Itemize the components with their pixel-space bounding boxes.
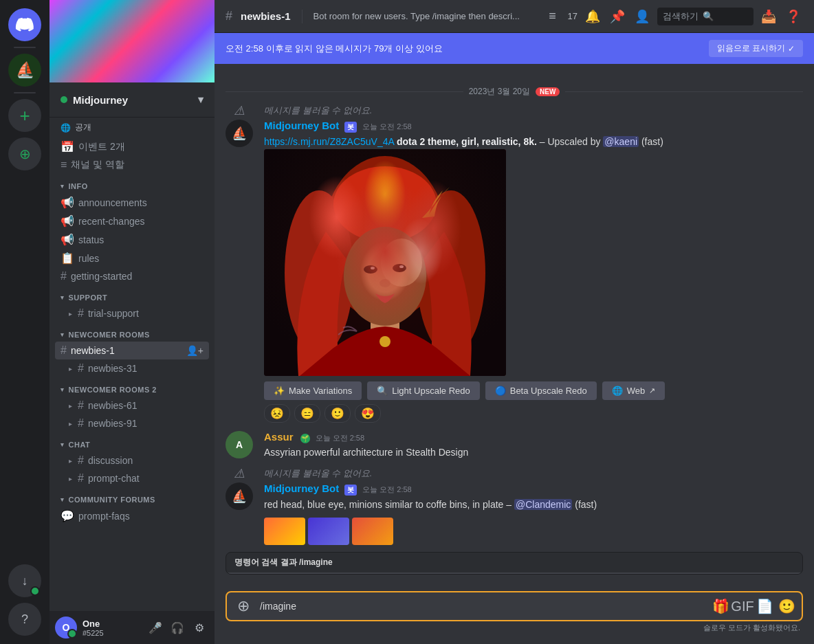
server-header[interactable]: Midjourney ▾ <box>50 82 214 118</box>
svg-point-5 <box>333 166 437 242</box>
system-message-2: ⚠ 메시지를 불러올 수 없어요. <box>214 466 814 481</box>
assur-timestamp: 오늘 오전 2:58 <box>316 433 365 443</box>
channel-name: getting-started <box>71 271 133 282</box>
search-icon: 🔍 <box>703 11 714 21</box>
section-label-chat: CHAT <box>69 441 91 449</box>
events-label: 이벤트 2개 <box>78 141 125 153</box>
beta-upscale-button[interactable]: 🔵 Beta Upscale Redo <box>485 381 597 400</box>
message-group-1: ⛵ Midjourney Bot 봇 오늘 오전 2:58 https://s.… <box>214 118 814 424</box>
svg-point-3 <box>285 190 353 355</box>
add-member-icon[interactable]: 👤+ <box>186 345 204 356</box>
settings-button[interactable]: ⚙ <box>190 618 209 637</box>
assur-message-header: Assur 🌱 오늘 오전 2:58 <box>264 431 803 443</box>
channel-trial-support[interactable]: ▸ # trial-support <box>55 304 209 322</box>
bot-message-header-2: Midjourney Bot 봇 오늘 오전 2:58 <box>264 482 803 496</box>
user-tag: #5225 <box>82 629 140 637</box>
chevron-down-icon: ▾ <box>198 93 204 106</box>
collapse-arrow-info: ▾ <box>60 183 65 190</box>
help-button[interactable]: ? <box>8 603 41 636</box>
section-header-support[interactable]: ▾ SUPPORT <box>50 291 214 304</box>
gif-icon[interactable]: GIF <box>733 597 752 616</box>
public-label: 공개 <box>75 122 91 133</box>
thumbnail-strip <box>264 518 803 545</box>
pin-icon[interactable]: 📌 <box>608 7 627 26</box>
bot-username: Midjourney Bot <box>264 120 339 131</box>
messages-area[interactable]: 2023년 3월 20일 NEW ⚠ 메시지를 불러올 수 없어요. ⛵ Mid… <box>214 64 814 586</box>
channel-rules[interactable]: 📋 rules <box>55 249 209 267</box>
channel-getting-started[interactable]: # getting-started <box>55 267 209 285</box>
chat-input[interactable] <box>260 601 705 612</box>
channel-discussion[interactable]: ▸ # discussion <box>55 452 209 469</box>
channel-recent-changes[interactable]: 📢 recent-changes <box>55 212 209 230</box>
sticker-icon[interactable]: 📄 <box>755 597 774 616</box>
section-header-community[interactable]: ▾ COMMUNITY FORUMS <box>50 493 214 507</box>
roles-icon: ≡ <box>60 159 67 171</box>
reaction-tired[interactable]: 😣 <box>264 404 290 423</box>
reaction-heart-eyes[interactable]: 😍 <box>355 404 381 423</box>
make-variations-button[interactable]: ✨ Make Variations <box>264 381 362 400</box>
channel-prompt-chat[interactable]: ▸ # prompt-chat <box>55 469 209 487</box>
mention-text-2[interactable]: @Clandemic <box>514 499 572 510</box>
microphone-button[interactable]: 🎤 <box>146 618 165 637</box>
gift-icon[interactable]: 🎁 <box>711 597 730 616</box>
light-upscale-button[interactable]: 🔍 Light Upscale Redo <box>367 381 479 400</box>
channel-prompt-faqs[interactable]: 💬 prompt-faqs <box>55 507 209 525</box>
emoji-reactions: 😣 😑 🙂 😍 <box>264 404 803 423</box>
channel-newbies-31[interactable]: ▸ # newbies-31 <box>55 359 209 377</box>
headset-button[interactable]: 🎧 <box>168 618 187 637</box>
thumbnail-2 <box>308 518 349 545</box>
section-header-newcomer2[interactable]: ▾ NEWCOMER ROOMS 2 <box>50 383 214 397</box>
members-icon[interactable]: ≡ <box>543 7 562 26</box>
message-group-assur: A Assur 🌱 오늘 오전 2:58 Assyrian powerful a… <box>214 430 814 461</box>
channel-newbies-1[interactable]: # newbies-1 👤+ <box>55 342 209 359</box>
channel-name: newbies-91 <box>88 418 138 429</box>
channel-name: newbies-1 <box>71 345 115 356</box>
section-header-chat[interactable]: ▾ CHAT <box>50 438 214 452</box>
emoji-icon[interactable]: 🙂 <box>777 597 796 616</box>
reaction-expressionless[interactable]: 😑 <box>294 404 320 423</box>
mention-text[interactable]: @kaeni <box>603 136 639 147</box>
beta-upscale-label: Beta Upscale Redo <box>510 386 587 396</box>
reaction-smile[interactable]: 🙂 <box>324 404 351 423</box>
channel-status[interactable]: 📢 status <box>55 230 209 249</box>
heart-eyes-emoji: 😍 <box>361 407 375 420</box>
search-label: 검색하기 <box>663 10 698 23</box>
channel-newbies-91[interactable]: ▸ # newbies-91 <box>55 414 209 432</box>
section-label-newcomer2: NEWCOMER ROOMS 2 <box>69 386 157 394</box>
help-icon[interactable]: ❓ <box>784 7 803 26</box>
channel-announcements[interactable]: 📢 announcements <box>55 193 209 212</box>
section-header-newcomer[interactable]: ▾ NEWCOMER ROOMS <box>50 328 214 342</box>
section-header-info[interactable]: ▾ INFO <box>50 179 214 193</box>
message-content-1: https://s.mj.run/Z8ZAC5uV_4A dota 2 them… <box>264 135 803 149</box>
explore-button[interactable]: ⊕ <box>8 137 41 170</box>
download-button[interactable]: ↓ <box>8 564 41 597</box>
discord-logo-button[interactable] <box>8 8 41 41</box>
message-link[interactable]: https://s.mj.run/Z8ZAC5uV_4A <box>264 136 394 147</box>
system-text-2: 메시지를 불러올 수 없어요. <box>264 467 372 480</box>
add-server-button[interactable]: + <box>8 99 41 132</box>
prompt-text: dota 2 theme, girl, realistic, 8k. <box>397 136 537 147</box>
calendar-icon: 📅 <box>60 140 74 153</box>
thumbnail-3 <box>352 518 393 545</box>
channel-roles-item[interactable]: ≡ 채널 및 역할 <box>55 156 209 174</box>
inbox-icon[interactable]: 📥 <box>759 7 778 26</box>
search-bar[interactable]: 검색하기 🔍 <box>657 8 754 25</box>
add-attachment-button[interactable]: ⊕ <box>232 595 254 617</box>
web-button[interactable]: 🌐 Web ↗ <box>602 381 666 400</box>
channel-newbies-61[interactable]: ▸ # newbies-61 <box>55 397 209 414</box>
midjourney-server-icon[interactable]: ⛵ <box>8 54 41 87</box>
hash-icon-prompt: # <box>78 472 84 485</box>
new-badge: NEW <box>536 87 560 96</box>
member-count: 17 <box>568 11 578 21</box>
bot-badge: 봇 <box>344 122 357 133</box>
mute-icon[interactable]: 🔔 <box>583 7 602 26</box>
channel-header: # newbies-1 Bot room for new users. Type… <box>214 0 814 33</box>
channel-name: recent-changes <box>78 216 145 227</box>
hash-icon-newbies1: # <box>60 344 67 357</box>
add-members-header-icon[interactable]: 👤 <box>632 7 652 26</box>
section-label-info: INFO <box>69 182 88 190</box>
mark-read-button[interactable]: 읽음으로 표시하기 ✓ <box>709 40 803 57</box>
collapse-arrow-newcomer: ▾ <box>60 331 65 338</box>
command-item[interactable]: ⛵ /imagine prompt Create images with Mid… <box>226 573 802 575</box>
events-item[interactable]: 📅 이벤트 2개 <box>55 137 209 156</box>
